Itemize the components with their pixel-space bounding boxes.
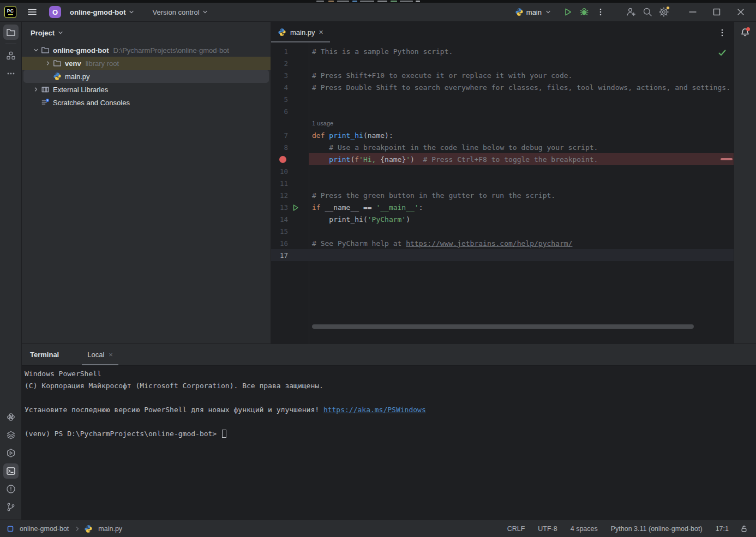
maximize-button[interactable]	[705, 4, 729, 20]
line-number[interactable]: 3	[271, 71, 288, 80]
chevron-down-icon[interactable]	[31, 47, 41, 53]
toolwindow-button-structure[interactable]	[3, 48, 19, 63]
toolwindow-button-terminal[interactable]	[3, 463, 19, 479]
inlay-hint-row[interactable]: 1 usage	[271, 117, 734, 129]
tree-item-external-libraries[interactable]: External Libraries	[22, 83, 271, 96]
code-line-16[interactable]: 16# See PyCharm help at https://www.jetb…	[271, 237, 734, 249]
editor-options-button[interactable]	[715, 26, 729, 40]
code-line-5[interactable]: 5	[271, 93, 734, 105]
gutter[interactable]: 1	[271, 45, 309, 57]
terminal-tab-close-icon[interactable]: ×	[109, 351, 113, 359]
gutter[interactable]: 10	[271, 165, 309, 177]
gutter[interactable]: 5	[271, 93, 309, 105]
toolwindow-button-more-tool-windows[interactable]	[3, 66, 19, 81]
breadcrumb-file[interactable]: main.py	[96, 524, 124, 534]
gutter[interactable]: 15	[271, 225, 309, 237]
code-line-14[interactable]: 14 print_hi('PyCharm')	[271, 213, 734, 225]
line-number[interactable]: 13	[271, 203, 288, 212]
gutter[interactable]: 17	[271, 249, 309, 261]
toolwindow-button-services[interactable]	[3, 445, 19, 461]
notifications-button[interactable]	[737, 25, 753, 40]
tree-item-online-gmod-bot[interactable]: online-gmod-botD:\PycharmProjects\online…	[22, 44, 271, 57]
tree-item-venv[interactable]: venvlibrary root	[22, 57, 271, 70]
gutter[interactable]: 11	[271, 177, 309, 189]
run-button[interactable]	[560, 4, 576, 20]
project-panel-header[interactable]: Project	[22, 22, 271, 44]
project-avatar[interactable]: O	[49, 6, 61, 18]
code-line-2[interactable]: 2	[271, 57, 734, 69]
gutter[interactable]: 16	[271, 237, 309, 249]
toolwindow-button-python-packages[interactable]	[3, 427, 19, 443]
gutter[interactable]: 2	[271, 57, 309, 69]
terminal-tab-local[interactable]: Local ×	[82, 344, 118, 365]
line-number[interactable]: 7	[271, 131, 288, 140]
line-number[interactable]: 10	[271, 167, 288, 176]
version-control-menu[interactable]: Version control	[149, 6, 212, 19]
project-selector[interactable]: online-gmod-bot	[67, 6, 139, 19]
tree-item-main-py[interactable]: main.py	[22, 70, 271, 83]
code-line-6[interactable]: 6	[271, 105, 734, 117]
line-number[interactable]: 12	[271, 191, 288, 200]
settings-button[interactable]	[656, 4, 672, 20]
status-item-caret-position[interactable]: 17:1	[713, 524, 731, 534]
code-line-12[interactable]: 12# Press the green button in the gutter…	[271, 189, 734, 201]
line-number[interactable]: 16	[271, 239, 288, 248]
debug-button[interactable]	[576, 4, 592, 20]
code-line-4[interactable]: 4# Press Double Shift to search everywhe…	[271, 81, 734, 93]
line-number[interactable]: 14	[271, 215, 288, 224]
tab-main-py[interactable]: main.py ×	[271, 22, 330, 43]
terminal-link[interactable]: https://aka.ms/PSWindows	[323, 406, 426, 414]
gutter[interactable]: 4	[271, 81, 309, 93]
line-number[interactable]: 15	[271, 227, 288, 236]
code-line-13[interactable]: 13if __name__ == '__main__':	[271, 201, 734, 213]
line-number[interactable]: 8	[271, 143, 288, 152]
lock-icon[interactable]	[740, 524, 748, 533]
gutter[interactable]: 7	[271, 129, 309, 141]
code-line-3[interactable]: 3# Press Shift+F10 to execute it or repl…	[271, 69, 734, 81]
breakpoint-icon[interactable]	[279, 156, 286, 163]
code-line-9[interactable]: print(f'Hi, {name}') # Press Ctrl+F8 to …	[271, 153, 734, 165]
close-button[interactable]	[729, 4, 753, 20]
gutter[interactable]: 13	[271, 201, 309, 213]
gutter[interactable]: 8	[271, 141, 309, 153]
run-line-icon[interactable]	[291, 203, 300, 212]
toolwindow-button-problems[interactable]	[3, 481, 19, 497]
gutter[interactable]: 12	[271, 189, 309, 201]
gutter[interactable]	[271, 117, 309, 129]
line-number[interactable]: 6	[271, 107, 288, 116]
chevron-right-icon[interactable]	[31, 86, 41, 93]
status-item-indent[interactable]: 4 spaces	[568, 524, 600, 534]
gutter[interactable]: 3	[271, 69, 309, 81]
line-number[interactable]: 2	[271, 59, 288, 68]
toolwindow-button-python-console[interactable]	[3, 409, 19, 425]
code-line-15[interactable]: 15	[271, 225, 734, 237]
more-run-options-button[interactable]	[592, 4, 609, 20]
search-everywhere-button[interactable]	[639, 4, 656, 20]
inspections-ok-icon[interactable]	[717, 48, 727, 58]
code-line-17[interactable]: 17	[271, 249, 734, 261]
line-number[interactable]: 17	[271, 251, 288, 260]
line-number[interactable]: 1	[271, 47, 288, 56]
line-number[interactable]: 11	[271, 179, 288, 188]
code-area[interactable]: 1# This is a sample Python script.23# Pr…	[271, 45, 734, 261]
minimize-button[interactable]	[681, 4, 705, 20]
status-item-line-ending[interactable]: CRLF	[505, 524, 527, 534]
code-line-7[interactable]: 7def print_hi(name):	[271, 129, 734, 141]
code-line-11[interactable]: 11	[271, 177, 734, 189]
code-line-10[interactable]: 10	[271, 165, 734, 177]
tab-close-icon[interactable]: ×	[319, 28, 323, 36]
gutter[interactable]: 6	[271, 105, 309, 117]
gutter[interactable]: 14	[271, 213, 309, 225]
editor-horizontal-scrollbar[interactable]	[312, 324, 694, 329]
chevron-right-icon[interactable]	[43, 60, 53, 67]
terminal-panel-title[interactable]: Terminal	[30, 351, 59, 359]
run-configuration-selector[interactable]: main	[512, 5, 555, 19]
code-line-1[interactable]: 1# This is a sample Python script.	[271, 45, 734, 57]
toolwindow-button-version-control[interactable]	[3, 499, 19, 515]
usage-inlay-hint[interactable]: 1 usage	[309, 117, 734, 129]
status-item-interpreter[interactable]: Python 3.11 (online-gmod-bot)	[609, 524, 705, 534]
line-number[interactable]: 4	[271, 83, 288, 92]
code-line-8[interactable]: 8 # Use a breakpoint in the code line be…	[271, 141, 734, 153]
terminal-console[interactable]: Windows PowerShell(C) Корпорация Майкрос…	[22, 365, 756, 520]
line-number[interactable]: 5	[271, 95, 288, 104]
